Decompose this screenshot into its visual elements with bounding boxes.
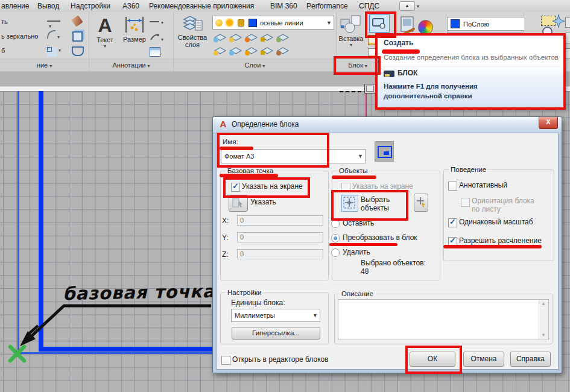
scroll-down-icon[interactable]: ▼	[539, 332, 548, 339]
menu-item[interactable]: авление	[1, 2, 29, 10]
base-point-onscreen-label: Указать на экране	[242, 182, 303, 191]
menu-item[interactable]: BIM 360	[270, 2, 297, 10]
layer-select-combo[interactable]: осевые линии ▼	[212, 16, 334, 30]
chevron-down-icon[interactable]: ▼	[325, 20, 334, 26]
leader-icon[interactable]	[150, 33, 163, 42]
annotative-checkbox[interactable]	[448, 182, 457, 191]
menu-item[interactable]: Надстройки	[71, 2, 110, 10]
chevron-down-icon[interactable]: ▾	[417, 4, 419, 9]
clipped-icon	[565, 17, 570, 28]
text-button[interactable]: А Текст ▾	[92, 14, 118, 49]
retain-label: Оставить	[343, 219, 374, 227]
dash-dot-line-icon[interactable]	[47, 21, 60, 29]
edit-panel-label[interactable]: ние	[0, 58, 89, 71]
chevron-down-icon[interactable]: ▼	[356, 153, 365, 159]
ribbon-panel-layers: Свойства слоя осевые линии ▼	[174, 12, 337, 71]
annotative-label: Аннотативный	[459, 181, 507, 189]
linear-dim-icon[interactable]	[150, 18, 163, 25]
dashed-drawing-line	[340, 91, 367, 92]
quick-select-button[interactable]	[414, 194, 428, 212]
layer-freeze-sun-icon	[226, 19, 233, 26]
dimension-button[interactable]: Размер	[121, 14, 148, 43]
table-icon[interactable]	[150, 47, 160, 57]
tooltip-help-line2: дополнительной справки	[384, 92, 472, 100]
app-window: базовая точка авление Вывод Надстройки A…	[0, 0, 570, 392]
retain-radio[interactable]	[331, 220, 340, 228]
layers-panel-label[interactable]: Слои	[174, 58, 336, 71]
block-command-icon	[384, 69, 394, 77]
erase-icon[interactable]	[71, 15, 83, 27]
delete-radio[interactable]	[331, 248, 340, 257]
menu-item[interactable]: Рекомендованные приложения	[149, 2, 254, 10]
chevron-down-icon[interactable]: ▼	[311, 312, 320, 318]
block-units-label: Единицы блока:	[231, 299, 285, 307]
select-objects-label2: объекты	[361, 204, 389, 212]
text-icon: А	[92, 14, 118, 36]
z-input[interactable]: 0	[237, 249, 323, 259]
edit-row-label[interactable]: б	[1, 47, 5, 54]
array-icon[interactable]	[47, 46, 61, 53]
dimension-icon	[122, 14, 147, 36]
annotation-panel-label[interactable]: Аннотации	[89, 58, 173, 71]
open-in-editor-label: Открыть в редакторе блоков	[232, 355, 329, 364]
base-point-annotation-text: базовая точка	[63, 281, 215, 304]
fillet-arc-icon[interactable]	[47, 30, 60, 40]
description-scrollbar[interactable]: ▲ ▼	[539, 300, 548, 339]
ribbon-collapse-button[interactable]: ▲	[399, 1, 415, 11]
uniform-scale-checkbox[interactable]	[448, 218, 457, 227]
name-label: Имя:	[223, 138, 238, 145]
cancel-button[interactable]: Отмена	[463, 352, 504, 367]
y-input[interactable]: 0	[237, 232, 323, 242]
allow-explode-label: Разрешить расчленение	[459, 236, 542, 245]
block-name-combo[interactable]: Фомат А3 ▼	[221, 149, 366, 163]
polyline-edit-icon[interactable]	[72, 46, 84, 56]
dimension-button-label: Размер	[121, 36, 148, 43]
open-in-editor-checkbox[interactable]	[221, 356, 230, 365]
x-input[interactable]: 0	[237, 215, 323, 226]
block-panel-label[interactable]: Блок	[337, 58, 379, 71]
description-textarea[interactable]: ▲ ▼	[338, 299, 549, 340]
annotation-underline-create	[382, 49, 420, 54]
menu-item[interactable]: A360	[122, 2, 139, 10]
allow-explode-checkbox[interactable]	[448, 237, 457, 246]
convert-radio[interactable]	[331, 234, 340, 242]
ok-button[interactable]: ОК	[410, 352, 455, 367]
close-button[interactable]: X	[539, 117, 558, 129]
layer-properties-icon	[182, 14, 203, 33]
layer-properties-label1: Свойства	[175, 34, 210, 41]
scroll-up-icon[interactable]: ▲	[539, 300, 548, 308]
color-swatch	[451, 19, 460, 28]
clipped-icon	[565, 48, 570, 59]
layer-properties-button[interactable]: Свойства слоя	[175, 14, 210, 48]
create-block-button[interactable]	[369, 14, 390, 33]
explode-3d-icon[interactable]	[72, 31, 83, 42]
selected-objects-count: 48	[361, 267, 369, 276]
insert-button-label: Вставка	[337, 35, 365, 42]
paper-edge-vertical-line	[17, 90, 19, 354]
ribbon-panel-annotation: А Текст ▾ Размер Аннотации	[89, 12, 174, 71]
objects-onscreen-label: Указать на экране	[352, 182, 413, 191]
delete-label: Удалить	[343, 248, 370, 256]
block-name-value: Фомат А3	[224, 153, 254, 160]
x-label: X:	[222, 217, 229, 225]
layer-tools-icons[interactable]	[212, 30, 333, 58]
dialog-titlebar[interactable]: Определение блока X	[213, 117, 562, 133]
menu-item[interactable]: Вывод	[37, 2, 59, 10]
menu-item[interactable]: СПДС	[359, 2, 379, 10]
help-button[interactable]: Справка	[510, 352, 551, 367]
tooltip-command-name: БЛОК	[397, 69, 417, 77]
block-units-value: Миллиметры	[235, 312, 275, 319]
base-point-onscreen-checkbox[interactable]	[231, 183, 240, 192]
frame-vertical-line	[39, 90, 43, 352]
pick-point-button[interactable]	[229, 195, 248, 212]
hyperlink-button[interactable]: Гиперссылка...	[232, 327, 320, 340]
layer-properties-label2: слоя	[175, 41, 210, 48]
select-objects-button[interactable]	[341, 195, 358, 212]
menu-item[interactable]: Performance	[306, 2, 348, 10]
edit-row-label[interactable]: ь зеркально	[1, 33, 38, 40]
edit-row-label[interactable]: ть	[1, 18, 8, 25]
layer-on-bulb-icon	[215, 19, 223, 27]
tooltip-description: Создание определения блока из выбранных …	[384, 54, 559, 61]
insert-block-button[interactable]: Вставка ▾	[337, 14, 365, 48]
block-units-combo[interactable]: Миллиметры ▼	[231, 309, 320, 322]
